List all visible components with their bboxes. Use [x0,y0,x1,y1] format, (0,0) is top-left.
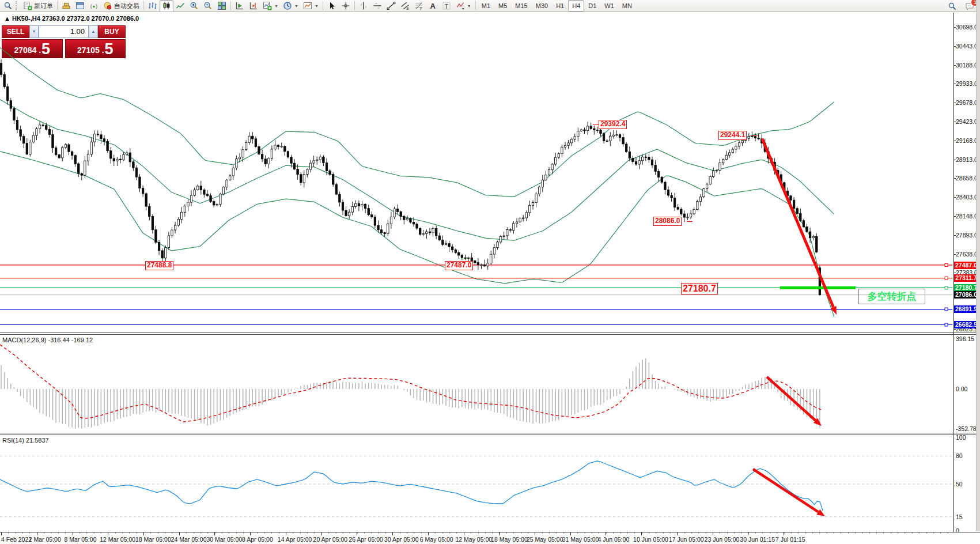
date-label: 30 Jun 01:15 [740,536,775,543]
pane-separator[interactable] [0,333,980,335]
zoom-out-icon[interactable] [201,0,215,12]
fibonacci-icon[interactable]: F [412,0,426,12]
rsi-pane[interactable] [0,435,953,531]
date-label: 30 Apr 05:00 [384,536,419,543]
price-tick: 30698.0 [956,24,978,31]
auto-scroll-icon[interactable] [233,0,247,12]
price-tick: 29678.0 [956,99,978,106]
price-badge: 27086.0 [954,291,978,299]
macd-pane[interactable] [0,335,953,433]
chevron-down-icon: ▼ [467,4,471,8]
price-text-label[interactable]: 29244.1 [718,131,747,140]
templates-icon[interactable]: ▼ [301,0,321,12]
line-chart-type-icon[interactable] [173,0,187,12]
pane-separator[interactable] [0,433,980,435]
time-axis[interactable]: 4 Feb 20212 Mar 05:008 Mar 05:0012 Mar 0… [0,532,980,544]
svg-text:A: A [430,2,436,10]
toolbar: 新订单自动交易▼▼▼EFAT▼M1M5M15M30H1H4D1W1MN [0,0,980,12]
toolbar-separator [143,1,144,10]
rsi-tick: 15 [956,513,963,520]
price-tick: 28913.0 [956,156,978,163]
cursor-icon[interactable] [325,0,339,12]
new-order-button[interactable]: 新订单 [21,0,55,12]
date-label: 18 May 05:00 [491,536,528,543]
rsi-indicator-label: RSI(14) 21.5837 [2,437,49,444]
signals-icon[interactable] [87,0,101,12]
date-label: 31 May 05:00 [562,536,599,543]
search-icon[interactable] [945,0,959,12]
crosshair-icon[interactable] [339,0,353,12]
market-watch-icon[interactable] [59,0,73,12]
timeframe-d1[interactable]: D1 [584,0,600,12]
timeframe-m30[interactable]: M30 [532,0,552,12]
price-tick: 28403.0 [956,194,978,201]
text-icon[interactable]: A [426,0,440,12]
label-connector [687,221,693,222]
toolbar-separator [57,1,58,10]
trendline-icon[interactable] [384,0,398,12]
date-label: 24 Mar 05:00 [171,536,207,543]
price-text-label[interactable]: 28086.0 [653,217,682,226]
new-chart-icon[interactable]: ▼ [260,0,281,12]
chart-area[interactable]: ▲ HK50-,H4 27363.0 27372.0 27070.0 27086… [0,13,980,544]
vertical-line-icon[interactable] [357,0,370,12]
bar-chart-type-icon[interactable] [146,0,160,12]
date-label: 12 Mar 05:00 [100,536,135,543]
date-label: 18 Mar 05:00 [135,536,171,543]
vertical-scrollbar[interactable] [976,0,980,531]
date-label: 4 Jun 05:00 [597,536,629,543]
price-badge: 26891.9 [954,305,978,313]
turning-point-annotation[interactable]: 多空转折点 [858,289,925,304]
timeframe-mn[interactable]: MN [618,0,636,12]
timeframe-m5[interactable]: M5 [494,0,511,12]
trading-terminal-window: 新订单自动交易▼▼▼EFAT▼M1M5M15M30H1H4D1W1MN 1 ▲ … [0,0,980,544]
rsi-tick: 80 [956,452,963,459]
svg-text:T: T [445,3,449,10]
date-label: 2 Mar 05:00 [29,536,61,543]
label-connector [752,135,758,136]
quick-search-icon[interactable] [1,0,15,12]
chat-icon[interactable]: 1 [963,0,977,12]
toolbar-grip [16,1,19,10]
chevron-down-icon: ▼ [294,4,298,8]
toolbar-separator [230,1,231,10]
chart-shift-icon[interactable] [247,0,260,12]
label-connector [593,124,599,125]
chevron-down-icon: ▼ [315,4,319,8]
price-badge: 27487.0 [954,262,978,269]
price-tick: 28148.0 [956,213,978,220]
date-label: 12 May 05:00 [456,536,493,543]
timeframe-h4[interactable]: H4 [568,0,584,12]
price-text-label[interactable]: 27487.0 [445,261,473,270]
timeframe-m15[interactable]: M15 [511,0,531,12]
auto-trading-button[interactable]: 自动交易 [101,0,142,12]
price-tick: 28658.0 [956,175,978,182]
equidistant-channel-icon[interactable]: E [398,0,412,12]
price-tick: 29933.0 [956,80,978,87]
price-text-label[interactable]: 27180.7 [681,283,718,294]
toolbar-separator [354,1,355,10]
date-label: 6 May 05:00 [420,536,453,543]
text-label-icon[interactable]: T [440,0,453,12]
arrows-icon[interactable]: ▼ [453,0,474,12]
main-price-pane[interactable] [0,13,953,333]
horizontal-line-icon[interactable] [370,0,384,12]
price-text-label[interactable]: 29392.4 [599,120,627,129]
price-tick: 27893.0 [956,232,978,239]
toolbar-separator [323,1,323,10]
timeframe-h1[interactable]: H1 [552,0,568,12]
date-label: 14 Apr 05:00 [278,536,312,543]
price-badge: 26682.5 [954,321,978,328]
timeframe-w1[interactable]: W1 [600,0,618,12]
data-window-icon[interactable] [73,0,87,12]
timeframe-m1[interactable]: M1 [478,0,494,12]
candlestick-chart-type-icon[interactable] [160,0,173,12]
macd-indicator-label: MACD(12,26,9) -316.44 -169.12 [2,337,93,343]
price-text-label[interactable]: 27488.8 [145,261,173,270]
tile-windows-icon[interactable] [215,0,229,12]
zoom-in-icon[interactable] [187,0,201,12]
rsi-tick: 100 [956,434,966,441]
periods-icon[interactable]: ▼ [281,0,301,12]
date-label: 8 Apr 05:00 [242,536,273,543]
date-label: 30 Mar 05:00 [206,536,242,543]
